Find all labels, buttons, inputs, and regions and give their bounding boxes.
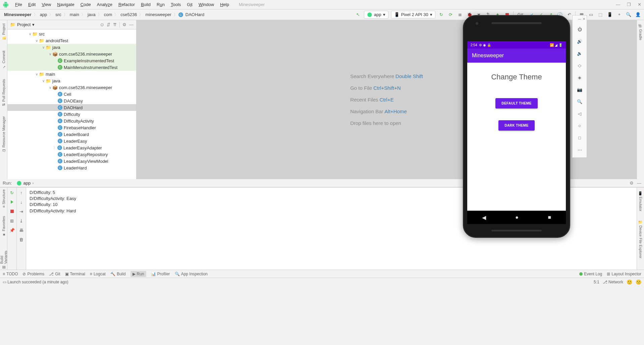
emulator-camera-icon[interactable]: 📷 — [573, 83, 587, 95]
device-dropdown[interactable]: 📱 Pixel 2 API 30 ▾ — [391, 11, 435, 18]
tree-class-leaderhard[interactable]: CLeaderHard — [7, 164, 136, 171]
emulator-screen[interactable]: 2:54 ⚙ ◉ 🔒 📶 ◢ 🔋 Minesweeper Change Them… — [467, 41, 566, 211]
menu-tools[interactable]: Tools — [168, 2, 184, 7]
emulator-recents-button[interactable]: ■ — [548, 214, 551, 220]
crumb-app[interactable]: app — [39, 12, 49, 17]
rail-pull-requests[interactable]: ⇅ Pull Requests — [1, 79, 6, 106]
tab-terminal[interactable]: ▣ Terminal — [65, 272, 85, 276]
tab-layout-inspector[interactable]: ⊞ Layout Inspector — [607, 272, 641, 276]
git-revert-icon[interactable]: ↶ — [566, 11, 573, 18]
menu-file[interactable]: File — [12, 2, 25, 7]
emulator-rotate-left-icon[interactable]: ◇ — [573, 59, 587, 71]
emulator-back-button[interactable]: ◀ — [482, 214, 486, 221]
rail-commit[interactable]: ✓ Commit — [1, 51, 6, 69]
user-icon[interactable]: 👤 — [635, 11, 641, 18]
pin-icon[interactable]: 📌 — [9, 227, 15, 233]
tree-class-leaderboard[interactable]: CLeaderBoard — [7, 131, 136, 138]
rerun-icon[interactable]: ⟳ — [447, 11, 454, 18]
tree-class-daoeasy[interactable]: CDAOEasy — [7, 97, 136, 104]
wrap-icon[interactable]: ⇥ — [18, 208, 24, 214]
misc-icon[interactable]: ⚬ — [616, 11, 623, 18]
tree-class-difficulty[interactable]: CDifficulty — [7, 111, 136, 118]
rerun-icon[interactable]: ↻ — [9, 190, 15, 196]
emulator-overview-icon[interactable]: □ — [573, 132, 587, 144]
menu-build[interactable]: Build — [138, 2, 154, 7]
tab-logcat[interactable]: ≡ Logcat — [90, 272, 106, 276]
rail-project[interactable]: 📁 Project — [1, 23, 6, 41]
tab-event-log[interactable]: Event Log — [579, 272, 602, 276]
device-icon[interactable]: 📱 — [606, 11, 613, 18]
run-tab-close-icon[interactable]: × — [32, 181, 34, 185]
emulator-volume-down-icon[interactable]: 🔉 — [573, 47, 587, 59]
tree-java-test[interactable]: ∨📁java — [7, 44, 136, 51]
rail-gradle[interactable]: 🐘 Gradle — [638, 23, 643, 40]
close-icon[interactable]: ✕ — [638, 2, 641, 7]
tree-class-daohard[interactable]: CDAOHard — [7, 104, 136, 111]
emulator-volume-up-icon[interactable]: 🔊 — [573, 35, 587, 47]
crumb-main[interactable]: main — [68, 12, 80, 17]
crumb-java[interactable]: java — [86, 12, 97, 17]
git-branch[interactable]: ⎇ Network — [603, 280, 623, 284]
emulator-home-button[interactable]: ● — [515, 214, 519, 220]
crumb-pkg[interactable]: minesweeper — [144, 12, 172, 17]
menu-code[interactable]: Code — [77, 2, 94, 7]
rail-emulator[interactable]: 📱 Emulator — [638, 191, 643, 211]
menu-help[interactable]: Help — [217, 2, 232, 7]
tree-class-firebasehandler[interactable]: CFirebaseHandler — [7, 124, 136, 131]
tree-class-leadereasy[interactable]: CLeaderEasy — [7, 138, 136, 144]
minimize-icon[interactable]: — — [616, 2, 620, 7]
tree-src[interactable]: ∨📁src — [7, 30, 136, 37]
avd-icon[interactable]: ▭ — [588, 11, 594, 18]
coverage-icon[interactable]: ≣ — [457, 11, 464, 18]
tab-app-inspection[interactable]: 🔍 App Inspection — [175, 272, 208, 276]
tab-profiler[interactable]: 📊 Profiler — [151, 272, 170, 276]
tab-problems[interactable]: ⊘ Problems — [22, 272, 44, 276]
cursor-position[interactable]: 5:1 — [594, 280, 599, 284]
smiley-sad-icon[interactable]: 🙁 — [636, 279, 641, 285]
menu-git[interactable]: Git — [184, 2, 196, 7]
layout-icon[interactable]: ⊞ — [9, 218, 15, 224]
crumb-root[interactable]: Minesweeper — [3, 12, 33, 17]
hammer-icon[interactable]: ↖ — [355, 11, 361, 18]
stop-icon[interactable] — [9, 208, 15, 214]
trash-icon[interactable]: 🗑 — [18, 236, 24, 243]
emulator-close-icon[interactable]: ✕ — [583, 17, 585, 23]
tree-pkg-main[interactable]: ∨📦com.cse5236.minesweeper — [7, 84, 136, 91]
tab-build[interactable]: 🔨 Build — [110, 272, 126, 276]
project-view-dropdown[interactable]: 📁 Project ▾ — [10, 22, 35, 27]
smiley-happy-icon[interactable]: 🙂 — [627, 279, 632, 285]
emulator-back-icon[interactable]: ◁ — [573, 108, 587, 120]
tree-java-main[interactable]: ∨📁java — [7, 77, 136, 84]
tab-run[interactable]: ▶ Run — [130, 271, 146, 277]
rail-favorites[interactable]: ★ Favorites — [1, 216, 6, 237]
hide-icon[interactable]: — — [129, 22, 133, 27]
search-icon[interactable]: 🔍 — [625, 11, 632, 18]
crumb-com[interactable]: com — [103, 12, 114, 17]
down-arrow-icon[interactable]: ↓ — [18, 199, 24, 205]
tree-class-leadereasyrepo[interactable]: CLeaderEasyRepository — [7, 151, 136, 158]
run-icon[interactable] — [9, 199, 15, 205]
crumb-file[interactable]: DAOHard — [184, 12, 206, 17]
menu-run[interactable]: Run — [154, 2, 168, 7]
emulator-default-theme-button[interactable]: DEFAULT THEME — [495, 98, 538, 109]
run-config-dropdown[interactable]: app ▾ — [364, 11, 388, 19]
rail-device-file-explorer[interactable]: 📁 Device File Explorer — [638, 220, 643, 258]
menu-view[interactable]: View — [39, 2, 54, 7]
run-tab-app[interactable]: app × — [14, 180, 36, 187]
maximize-icon[interactable]: ❐ — [627, 2, 631, 7]
emulator-rotate-right-icon[interactable]: ◈ — [573, 71, 587, 83]
tree-class-leadereasyadapter[interactable]: 〉CLeaderEasyAdapter — [7, 144, 136, 151]
menu-refactor[interactable]: Refactor — [115, 2, 138, 7]
collapse-icon[interactable]: ⇈ — [113, 22, 117, 27]
emulator-dark-theme-button[interactable]: DARK THEME — [498, 120, 535, 131]
menu-analyze[interactable]: Analyze — [94, 2, 115, 7]
up-arrow-icon[interactable]: ↑ — [18, 190, 24, 196]
rail-build-variants[interactable]: ▤ Build Variants — [0, 245, 8, 270]
emulator-more-icon[interactable]: ⋯ — [573, 144, 587, 156]
menu-edit[interactable]: Edit — [25, 2, 39, 7]
tree-test1[interactable]: CExampleInstrumentedTest — [7, 57, 136, 64]
project-tree[interactable]: ∨📁src ∨📁androidTest ∨📁java ∨📦com.cse5236… — [7, 29, 136, 179]
menu-navigate[interactable]: Navigate — [54, 2, 77, 7]
tab-git[interactable]: ⎇ Git — [49, 272, 60, 276]
crumb-cse[interactable]: cse5236 — [119, 12, 138, 17]
